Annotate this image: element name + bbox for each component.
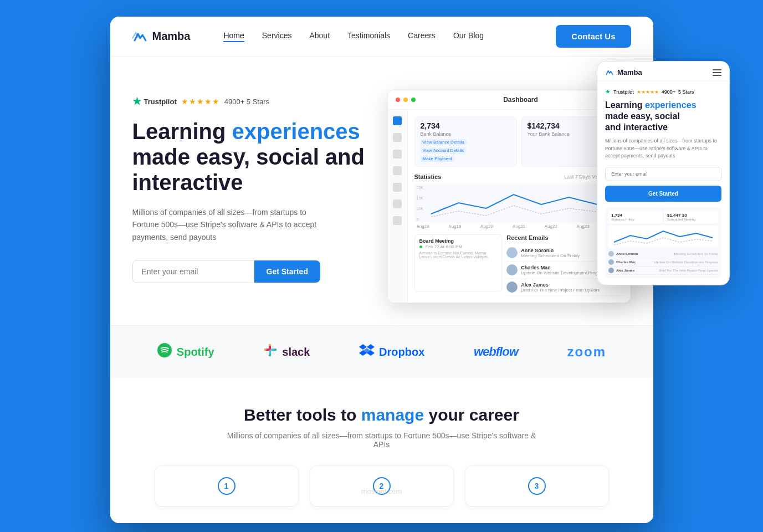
mini-avatar-1 bbox=[608, 251, 614, 257]
email-subject-3: Brief For The New Project From Upwork bbox=[521, 288, 600, 293]
dash-body: 2,734 Bank Balance View Balance Details … bbox=[388, 110, 631, 303]
mobile-stars: ★★★★★ bbox=[637, 89, 659, 95]
svg-rect-6 bbox=[274, 349, 276, 351]
svg-rect-7 bbox=[269, 354, 271, 356]
logo-icon bbox=[132, 30, 148, 43]
trustpilot-star: ★ bbox=[132, 95, 141, 108]
mini-avatar-2 bbox=[608, 259, 614, 265]
nav-about[interactable]: About bbox=[309, 31, 330, 42]
mobile-logo-icon bbox=[605, 69, 614, 76]
stat-actions-2: View Account Details bbox=[421, 147, 511, 154]
hamburger-menu[interactable] bbox=[713, 69, 721, 76]
mobile-body: ★ Trustpilot ★★★★★ 4900+ 5 Stars Learnin… bbox=[597, 81, 729, 285]
view-balance-btn[interactable]: View Balance Details bbox=[421, 139, 467, 145]
email-name-2: Charles Mac bbox=[521, 265, 606, 270]
partner-spotify: Spotify bbox=[157, 342, 214, 361]
stat-actions-3: Make Payment bbox=[421, 156, 511, 162]
board-meeting-desc: Aenean in Egestas Nisi.Eumod, Massa Lacu… bbox=[419, 251, 498, 259]
view-account-btn[interactable]: View Account Details bbox=[421, 147, 467, 154]
stat-balance-label: Bank Balance bbox=[421, 131, 511, 137]
partner-dropbox: Dropbox bbox=[359, 343, 424, 361]
window-dot-green bbox=[411, 98, 416, 102]
email-input[interactable] bbox=[132, 260, 254, 283]
review-count: 4900+ 5 Stars bbox=[224, 98, 269, 106]
nav-careers[interactable]: Careers bbox=[408, 31, 436, 42]
navbar: Mamba Home Services About Testimonials C… bbox=[110, 17, 653, 57]
stats-header: Statistics Last 7 Days Vs Prior Week bbox=[414, 173, 624, 180]
email-avatar-2 bbox=[506, 264, 518, 275]
ham-line-3 bbox=[713, 75, 721, 76]
browser-window: Mamba Home Services About Testimonials C… bbox=[110, 17, 653, 523]
bottom-title: Better tools to manage your career bbox=[132, 406, 631, 424]
statistics-section: Statistics Last 7 Days Vs Prior Week 20K… bbox=[414, 173, 624, 229]
dash-header: Dashboard bbox=[388, 90, 631, 110]
step-cards: 1 2 3 bbox=[132, 466, 631, 507]
board-meeting-time: Feb 22 At 6:00 PM bbox=[419, 244, 498, 249]
star-rating: ★★★★★ bbox=[181, 97, 220, 106]
sidebar-icon-7 bbox=[393, 216, 402, 225]
sidebar-icon-5 bbox=[393, 183, 402, 192]
contact-button[interactable]: Contact Us bbox=[556, 25, 631, 48]
stat-actions: View Balance Details bbox=[421, 139, 511, 145]
mobile-header: Mamba bbox=[597, 62, 729, 81]
nav-services[interactable]: Services bbox=[262, 31, 292, 42]
stat-balance-value: 2,734 bbox=[421, 121, 511, 130]
slack-icon bbox=[263, 343, 278, 361]
mobile-email-input[interactable] bbox=[605, 167, 721, 181]
step-number-1: 1 bbox=[218, 477, 235, 495]
stats-row: 2,734 Bank Balance View Balance Details … bbox=[414, 116, 624, 167]
meeting-dot bbox=[419, 245, 422, 248]
bottom-section: Better tools to manage your career Milli… bbox=[110, 378, 653, 523]
mini-email-row-2: Charles Mac Update On Website Developmen… bbox=[608, 258, 718, 267]
sidebar-icon-1 bbox=[393, 116, 402, 125]
mobile-get-started-button[interactable]: Get Started bbox=[605, 186, 721, 202]
mini-stat-row: 1,734 Statistics Policy $1,447 30 Schedu… bbox=[608, 211, 718, 223]
email-details-2: Charles Mac Update On Website Developmen… bbox=[521, 265, 606, 275]
dashboard-title: Dashboard bbox=[503, 96, 538, 104]
chart-area: 20K 15K 10K 0 bbox=[414, 183, 624, 222]
step-card-1: 1 bbox=[155, 466, 299, 507]
partner-zoom: zoom bbox=[567, 344, 606, 360]
mini-stat-2: $1,447 30 Scheduled Meeting bbox=[664, 211, 718, 223]
sidebar-icon-6 bbox=[393, 200, 402, 208]
partners-strip: Spotify slack bbox=[110, 325, 653, 378]
dashboard-mockup: Dashboard 2,734 Bank Balance bbox=[387, 90, 631, 303]
stats-title: Statistics bbox=[414, 173, 442, 180]
step-number-3: 3 bbox=[528, 477, 546, 495]
hero-subtitle: Millions of companies of all sizes—from … bbox=[132, 206, 332, 243]
board-meeting-title: Board Meeting bbox=[419, 238, 498, 244]
mini-email-row-1: Anne Soronio Meeting Scheduled On Friday bbox=[608, 250, 718, 258]
window-dot-red bbox=[396, 98, 400, 102]
sidebar-icon-3 bbox=[393, 150, 402, 158]
svg-rect-5 bbox=[264, 349, 267, 351]
nav-home[interactable]: Home bbox=[223, 31, 244, 42]
trustpilot-row: ★ Trustpilot ★★★★★ 4900+ 5 Stars bbox=[132, 95, 365, 108]
window-dot-yellow bbox=[403, 98, 408, 102]
stat-card-balance: 2,734 Bank Balance View Balance Details … bbox=[414, 116, 517, 167]
step-card-2: 2 bbox=[310, 466, 454, 507]
get-started-button[interactable]: Get Started bbox=[254, 260, 320, 283]
mini-emails: Anne Soronio Meeting Scheduled On Friday… bbox=[608, 250, 718, 275]
nav-links: Home Services About Testimonials Careers… bbox=[223, 31, 556, 42]
ham-line-2 bbox=[713, 72, 721, 73]
email-details-3: Alex James Brief For The New Project Fro… bbox=[521, 282, 600, 293]
make-payment-btn[interactable]: Make Payment bbox=[421, 156, 454, 162]
mini-email-row-3: Alex James Brief For The New Project Fro… bbox=[608, 267, 718, 275]
sidebar-icon-4 bbox=[393, 166, 402, 175]
email-avatar-3 bbox=[506, 282, 518, 293]
step-card-3: 3 bbox=[465, 466, 609, 507]
nav-blog[interactable]: Our Blog bbox=[453, 31, 484, 42]
mobile-subtitle: Millions of companies of all sizes—from … bbox=[605, 137, 721, 160]
trustpilot-logo: ★ Trustpilot bbox=[132, 95, 177, 108]
mobile-trustpilot: ★ Trustpilot ★★★★★ 4900+ 5 Stars bbox=[605, 88, 721, 95]
hero-title: Learning experiences made easy, social a… bbox=[132, 119, 365, 195]
hero-left: ★ Trustpilot ★★★★★ 4900+ 5 Stars Learnin… bbox=[132, 90, 365, 283]
email-avatar-1 bbox=[506, 247, 518, 258]
partner-webflow: webflow bbox=[474, 345, 518, 359]
board-meeting-card: Board Meeting Feb 22 At 6:00 PM Aenean i… bbox=[414, 234, 503, 291]
svg-rect-8 bbox=[269, 344, 271, 346]
mobile-tp-star: ★ bbox=[605, 88, 611, 95]
logo[interactable]: Mamba bbox=[132, 30, 191, 43]
nav-testimonials[interactable]: Testimonials bbox=[347, 31, 390, 42]
mobile-dashboard-preview: 1,734 Statistics Policy $1,447 30 Schedu… bbox=[605, 207, 721, 278]
